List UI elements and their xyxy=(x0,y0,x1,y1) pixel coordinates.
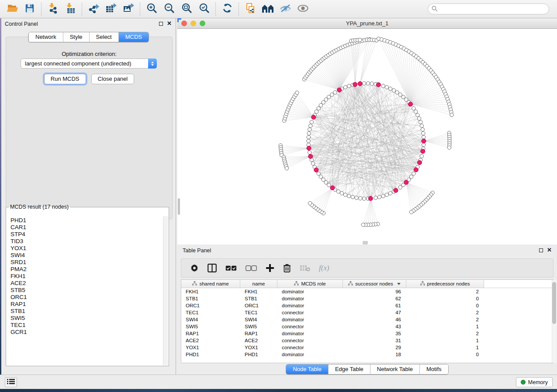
mcds-result-item[interactable]: SWI5 xyxy=(10,315,163,322)
network-node[interactable] xyxy=(307,135,310,139)
table-row-SWI4[interactable]: SWI4SWI4dominator462 xyxy=(181,316,553,323)
table-row-ORC1[interactable]: ORC1ORC1dominator610 xyxy=(181,302,553,309)
network-node[interactable] xyxy=(385,86,388,89)
close-table-panel-icon[interactable]: ✕ xyxy=(547,248,552,252)
network-satellite-node[interactable] xyxy=(358,38,362,41)
network-hub-node[interactable] xyxy=(330,186,335,190)
mcds-result-item[interactable]: CAR1 xyxy=(10,224,163,231)
tab-network-table[interactable]: Network Table xyxy=(370,364,420,374)
table-settings-gear-icon[interactable] xyxy=(190,264,199,272)
table-row-ACE2[interactable]: ACE2ACE2connector311 xyxy=(181,337,553,344)
task-history-button[interactable] xyxy=(5,377,17,387)
import-network-button[interactable] xyxy=(44,2,62,17)
network-satellite-node[interactable] xyxy=(295,91,299,94)
network-hub-node[interactable] xyxy=(368,196,373,201)
network-node[interactable] xyxy=(308,124,312,127)
show-all-button[interactable] xyxy=(294,2,311,17)
network-hub-node[interactable] xyxy=(353,82,357,86)
network-node[interactable] xyxy=(311,162,315,165)
network-node[interactable] xyxy=(405,98,408,101)
network-node[interactable] xyxy=(347,194,351,198)
column-header-predecessor-nodes[interactable]: predecessor nodes xyxy=(406,280,484,288)
tab-node-table[interactable]: Node Table xyxy=(286,364,329,374)
add-column-icon[interactable] xyxy=(266,264,274,272)
network-node[interactable] xyxy=(409,175,413,179)
run-mcds-button[interactable]: Run MCDS xyxy=(44,74,86,84)
network-node[interactable] xyxy=(412,172,415,175)
select-all-icon[interactable] xyxy=(225,265,237,271)
network-satellite-node[interactable] xyxy=(409,210,413,214)
refresh-button[interactable] xyxy=(218,2,236,17)
network-node[interactable] xyxy=(359,196,362,200)
network-node[interactable] xyxy=(319,175,322,179)
table-row-YOX1[interactable]: YOX1YOX1connector291 xyxy=(181,344,553,351)
optimization-criterion-select[interactable]: largest connected component (undirected) xyxy=(21,58,157,69)
network-hub-node[interactable] xyxy=(408,102,413,107)
network-node[interactable] xyxy=(351,195,354,199)
network-hub-node[interactable] xyxy=(421,149,425,154)
export-table-button[interactable] xyxy=(102,2,120,17)
float-table-panel-icon[interactable] xyxy=(539,248,543,252)
panel-divider[interactable] xyxy=(176,18,176,375)
export-image-button[interactable] xyxy=(120,2,137,17)
tab-network[interactable]: Network xyxy=(29,32,63,42)
network-node[interactable] xyxy=(381,84,385,88)
network-node[interactable] xyxy=(422,135,426,139)
network-hub-node[interactable] xyxy=(422,139,426,143)
function-builder-icon[interactable]: f(x) xyxy=(319,264,329,272)
network-node[interactable] xyxy=(420,155,423,158)
import-table-button[interactable] xyxy=(62,2,79,17)
deselect-all-icon[interactable] xyxy=(246,265,257,271)
mcds-result-item[interactable]: GCR1 xyxy=(10,329,163,336)
network-node[interactable] xyxy=(347,84,351,88)
network-node[interactable] xyxy=(392,89,395,92)
table-row-RAP1[interactable]: RAP1RAP1dominator352 xyxy=(181,330,553,337)
column-panel-icon[interactable] xyxy=(208,264,217,272)
table-row-TEC1[interactable]: TEC1TEC1connector472 xyxy=(181,309,553,316)
mcds-result-item[interactable]: STP4 xyxy=(10,231,163,238)
zoom-fit-button[interactable] xyxy=(178,2,195,17)
network-satellite-node[interactable] xyxy=(285,166,288,170)
table-row-PHD1[interactable]: PHD1PHD1dominator180 xyxy=(181,351,553,358)
network-hub-node[interactable] xyxy=(307,146,311,151)
network-node[interactable] xyxy=(422,143,426,147)
mcds-result-item[interactable]: SRD1 xyxy=(10,259,163,266)
network-canvas[interactable] xyxy=(177,29,557,244)
network-node[interactable] xyxy=(366,82,370,85)
mcds-result-item[interactable]: FKH1 xyxy=(10,273,163,280)
tab-select[interactable]: Select xyxy=(90,32,119,42)
zoom-out-button[interactable] xyxy=(160,2,178,17)
mcds-result-item[interactable]: STB1 xyxy=(10,308,163,315)
network-node[interactable] xyxy=(343,86,347,89)
open-file-button[interactable] xyxy=(3,2,21,17)
mcds-result-item[interactable]: ACE2 xyxy=(10,280,163,287)
delete-table-icon[interactable] xyxy=(300,265,310,272)
network-node[interactable] xyxy=(322,178,325,181)
network-window-titlebar[interactable]: YPA_prune.txt_1 xyxy=(177,18,557,29)
table-row-FKH1[interactable]: FKH1FKH1dominator962 xyxy=(181,288,553,295)
network-node[interactable] xyxy=(370,82,374,85)
network-node[interactable] xyxy=(374,196,377,199)
network-node[interactable] xyxy=(422,131,425,135)
zoom-in-button[interactable] xyxy=(143,2,160,17)
network-node[interactable] xyxy=(343,193,347,196)
mcds-result-item[interactable]: STB5 xyxy=(10,287,163,294)
network-node[interactable] xyxy=(319,103,322,107)
column-header-name[interactable]: name xyxy=(240,280,277,288)
mcds-result-item[interactable]: TID3 xyxy=(10,238,163,245)
network-satellite-node[interactable] xyxy=(361,223,365,227)
mcds-result-item[interactable]: ORC1 xyxy=(10,294,163,301)
mcds-result-item[interactable]: SWI4 xyxy=(10,252,163,259)
network-node[interactable] xyxy=(362,82,366,85)
network-node[interactable] xyxy=(388,192,392,195)
network-hub-node[interactable] xyxy=(311,115,316,119)
network-node[interactable] xyxy=(336,190,340,193)
float-panel-icon[interactable] xyxy=(159,22,163,26)
tab-motifs[interactable]: Motifs xyxy=(420,364,448,374)
network-node[interactable] xyxy=(330,93,334,96)
table-row-SWI5[interactable]: SWI5SWI5connector431 xyxy=(181,323,553,330)
tab-style[interactable]: Style xyxy=(63,32,90,42)
export-network-button[interactable] xyxy=(85,2,102,17)
network-node[interactable] xyxy=(401,95,405,99)
network-node[interactable] xyxy=(421,128,424,131)
